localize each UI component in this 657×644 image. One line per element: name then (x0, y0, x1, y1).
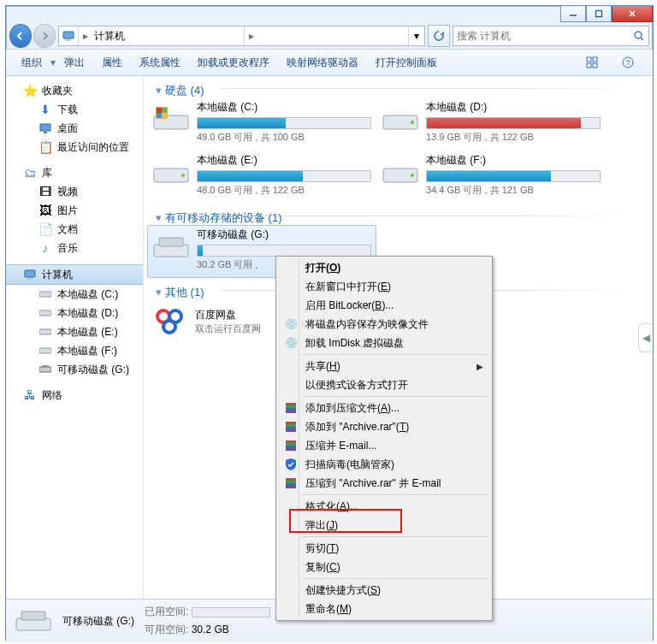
svg-rect-4 (63, 32, 74, 38)
sidebar-documents[interactable]: 📄文档 (6, 220, 143, 239)
menu-scan[interactable]: 扫描病毒(电脑管家) (278, 455, 490, 474)
drive-f[interactable]: 本地磁盘 (F:)34.4 GB 可用 , 共 121 GB (376, 151, 606, 204)
rar-icon (283, 419, 299, 434)
sidebar-drive-e[interactable]: 本地磁盘 (E:) (6, 322, 143, 341)
baidu-icon (152, 304, 186, 339)
drive-icon (38, 325, 52, 339)
menu-format[interactable]: 格式化(A)... (278, 497, 490, 516)
menu-copy[interactable]: 复制(C) (278, 558, 490, 576)
svg-rect-27 (162, 108, 167, 113)
svg-point-33 (181, 174, 185, 177)
sidebar-drive-d[interactable]: 本地磁盘 (D:) (6, 304, 143, 322)
minimize-button[interactable] (560, 6, 586, 22)
menu-unmount-imdisk[interactable]: 💿卸载 ImDisk 虚拟磁盘 (278, 334, 490, 352)
menu-portable[interactable]: 以便携式设备方式打开 (278, 375, 490, 394)
drive-e[interactable]: 本地磁盘 (E:)48.0 GB 可用 , 共 122 GB (147, 151, 376, 204)
menu-shortcut[interactable]: 创建快捷方式(S) (278, 581, 490, 600)
svg-rect-17 (27, 278, 33, 280)
chevron-right-icon[interactable]: ▸ (244, 27, 258, 45)
svg-rect-9 (593, 57, 597, 62)
menu-share[interactable]: 共享(H)▶ (278, 357, 490, 375)
menu-eject[interactable]: 弹出(J) (278, 516, 490, 535)
drive-icon (152, 100, 190, 138)
menu-add-archive[interactable]: 添加到压缩文件(A)... (278, 399, 490, 417)
music-icon: ♪ (38, 241, 52, 255)
sidebar-pictures[interactable]: 🖼图片 (6, 201, 143, 220)
preview-pane-toggle[interactable]: ◀ (638, 323, 653, 352)
svg-rect-57 (286, 481, 296, 483)
view-icon[interactable] (574, 53, 610, 72)
toolbar-eject[interactable]: 弹出 (56, 56, 93, 70)
computer-icon (62, 29, 75, 43)
removable-icon (15, 606, 52, 636)
search-icon[interactable] (630, 30, 648, 42)
menu-new-window[interactable]: 在新窗口中打开(E) (278, 277, 490, 296)
drive-c[interactable]: 本地磁盘 (C:)49.0 GB 可用 , 共 100 GB (147, 97, 376, 151)
svg-rect-15 (44, 132, 47, 133)
address-dropdown[interactable]: ▾ (408, 27, 424, 45)
close-button[interactable] (612, 6, 653, 22)
recent-icon: 📋 (38, 140, 52, 154)
menu-bitlocker[interactable]: 启用 BitLocker(B)... (278, 296, 490, 315)
sidebar-network[interactable]: 🖧网络 (6, 386, 143, 405)
svg-rect-29 (162, 113, 167, 118)
toolbar-mapdrive[interactable]: 映射网络驱动器 (278, 56, 367, 70)
toolbar-controlpanel[interactable]: 打开控制面板 (367, 56, 446, 70)
sidebar-drive-f[interactable]: 本地磁盘 (F:) (6, 341, 143, 360)
svg-rect-28 (157, 113, 162, 118)
drive-icon (38, 344, 52, 357)
menu-open[interactable]: 打开(O) (278, 258, 490, 277)
sidebar-videos[interactable]: 🎞视频 (6, 182, 143, 201)
search-box[interactable] (453, 26, 649, 46)
svg-rect-44 (286, 403, 296, 405)
svg-rect-23 (42, 365, 49, 368)
svg-point-31 (411, 121, 414, 124)
menu-zip-email2[interactable]: 压缩到 "Archive.rar" 并 E-mail (278, 474, 490, 493)
address-bar[interactable]: ▸ 计算机 ▸ ▾ (58, 26, 425, 46)
sidebar-recent[interactable]: 📋最近访问的位置 (6, 138, 143, 157)
svg-rect-53 (286, 443, 296, 446)
svg-rect-20 (39, 329, 51, 334)
sidebar-downloads[interactable]: ⬇下载 (6, 100, 143, 119)
sidebar-computer[interactable]: 计算机 (6, 264, 143, 285)
context-menu: 打开(O) 在新窗口中打开(E) 启用 BitLocker(B)... 💿将磁盘… (275, 256, 493, 621)
toolbar-properties[interactable]: 属性 (93, 56, 131, 70)
refresh-button[interactable] (428, 25, 450, 47)
svg-point-6 (635, 32, 642, 38)
drive-d[interactable]: 本地磁盘 (D:)13.9 GB 可用 , 共 122 GB (376, 97, 606, 151)
document-icon: 📄 (38, 222, 52, 236)
menu-save-image[interactable]: 💿将磁盘内容保存为映像文件 (278, 315, 490, 334)
svg-point-40 (163, 321, 175, 333)
sidebar-drive-g[interactable]: 可移动磁盘 (G:) (6, 360, 143, 379)
svg-rect-5 (66, 39, 71, 41)
help-icon[interactable]: ? (610, 53, 646, 72)
library-icon: 🗂 (23, 166, 37, 180)
svg-rect-58 (286, 483, 296, 486)
search-input[interactable] (453, 29, 630, 43)
removable-icon (152, 227, 190, 265)
sidebar-libraries[interactable]: 🗂库 (6, 163, 143, 182)
chevron-right-icon[interactable]: ▸ (78, 27, 92, 45)
breadcrumb-computer[interactable]: 计算机 (92, 29, 244, 44)
svg-rect-54 (286, 446, 296, 448)
svg-rect-48 (286, 422, 296, 424)
drive-icon (382, 100, 419, 138)
sidebar-favorites[interactable]: ⭐收藏夹 (6, 81, 143, 100)
maximize-button[interactable] (586, 6, 612, 22)
menu-rename[interactable]: 重命名(M) (278, 600, 490, 618)
sidebar-music[interactable]: ♪音乐 (6, 239, 143, 257)
sidebar-desktop[interactable]: 桌面 (6, 119, 143, 138)
forward-button[interactable] (33, 24, 56, 48)
menu-cut[interactable]: 剪切(T) (278, 539, 490, 558)
shield-icon (283, 457, 299, 472)
toolbar-organize[interactable]: 组织 (13, 56, 50, 70)
menu-zip-email[interactable]: 压缩并 E-mail... (278, 436, 490, 455)
toolbar-sysprops[interactable]: 系统属性 (131, 56, 189, 70)
back-button[interactable] (9, 24, 32, 48)
removable-icon (38, 363, 52, 376)
svg-text:?: ? (625, 58, 630, 67)
menu-add-rar[interactable]: 添加到 "Archive.rar"(T) (278, 417, 490, 436)
sidebar-drive-c[interactable]: 本地磁盘 (C:) (6, 285, 143, 304)
toolbar-uninstall[interactable]: 卸载或更改程序 (189, 56, 278, 70)
rar-icon (283, 438, 299, 453)
